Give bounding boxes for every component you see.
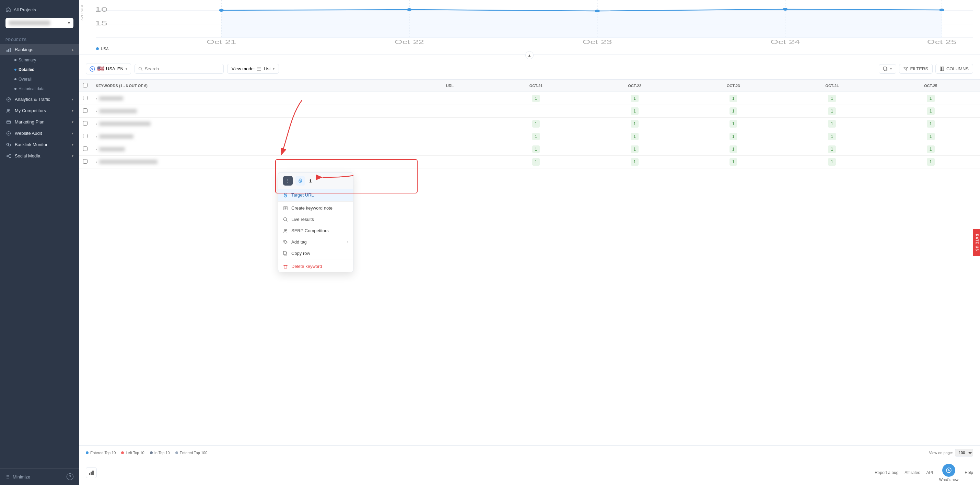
- ranking-value: 1: [828, 158, 836, 166]
- row-checkbox[interactable]: [83, 146, 88, 151]
- ranking-value: 1: [927, 145, 935, 153]
- svg-rect-36: [257, 70, 261, 71]
- svg-point-45: [285, 229, 287, 231]
- sidebar-item-competitors[interactable]: My Competitors ▾: [0, 105, 79, 116]
- select-all-checkbox[interactable]: [83, 83, 88, 87]
- chart-icon-btn[interactable]: [86, 467, 97, 478]
- row-checkbox[interactable]: [83, 121, 88, 126]
- row-checkbox[interactable]: [83, 134, 88, 138]
- svg-text:Oct 22: Oct 22: [395, 39, 424, 45]
- list-icon: [257, 67, 261, 72]
- expand-row-btn[interactable]: ›: [96, 160, 97, 164]
- sidebar-sub-historical[interactable]: Historical data: [0, 84, 79, 94]
- ranking-value: 1: [730, 107, 737, 115]
- table-row: › 1 1 1 1 1: [79, 92, 980, 105]
- context-menu-header: ⋮ 1: [278, 173, 353, 189]
- svg-point-26: [219, 9, 224, 12]
- row-checkbox[interactable]: [83, 159, 88, 164]
- expand-row-btn[interactable]: ›: [96, 134, 97, 138]
- sidebar-sub-summary[interactable]: Summary: [0, 55, 79, 65]
- sidebar: All Projects ▾ PROJECTS Rankings ▴ Summa…: [0, 0, 79, 485]
- context-menu-target-url[interactable]: Target URL: [278, 189, 353, 200]
- competitors-icon: [5, 108, 12, 113]
- sidebar-item-backlink[interactable]: Backlink Monitor ▾: [0, 139, 79, 150]
- keyword-table-wrap: KEYWORDS (1 - 6 OUT OF 6) URL OCT-21 OCT…: [79, 80, 980, 445]
- svg-point-10: [10, 157, 11, 158]
- search-input[interactable]: [145, 66, 220, 72]
- sidebar-item-analytics[interactable]: Analytics & Traffic ▾: [0, 94, 79, 105]
- context-menu-serp[interactable]: SERP Competitors: [278, 225, 353, 236]
- help-icon[interactable]: ?: [67, 473, 73, 480]
- marketing-chevron: ▾: [72, 120, 73, 124]
- table-row: › 1 1 1 1 1: [79, 143, 980, 156]
- url-cell: [413, 105, 487, 118]
- svg-point-28: [595, 10, 600, 12]
- expand-row-btn[interactable]: ›: [96, 96, 97, 100]
- svg-text:Oct 24: Oct 24: [770, 39, 800, 45]
- project-name-blur: [9, 21, 50, 25]
- columns-icon: [940, 67, 944, 71]
- country-selector[interactable]: G 🇺🇸 USA EN ▾: [86, 63, 131, 75]
- ranking-value: 1: [532, 133, 540, 140]
- expand-row-btn[interactable]: ›: [96, 122, 97, 126]
- ranking-value: 1: [927, 133, 935, 140]
- chart-y-label: AVERAGE: [79, 0, 85, 24]
- context-menu-delete[interactable]: Delete keyword: [278, 261, 353, 272]
- sidebar-item-social[interactable]: Social Media ▾: [0, 150, 79, 162]
- link-button[interactable]: [296, 176, 305, 186]
- collapse-chart-button[interactable]: ▲: [525, 51, 534, 59]
- affiliates-link[interactable]: Affiliates: [905, 470, 920, 475]
- search-icon: [138, 67, 143, 72]
- context-menu-live-results[interactable]: Live results: [278, 214, 353, 225]
- chat-icon-btn[interactable]: [942, 464, 955, 477]
- ranking-value: 1: [532, 145, 540, 153]
- ranking-value: 1: [828, 145, 836, 153]
- dots-menu-button[interactable]: ⋮: [283, 176, 293, 186]
- note-icon: [283, 206, 288, 211]
- context-menu-copy-row[interactable]: Copy row: [278, 248, 353, 259]
- context-menu-keyword-note[interactable]: Create keyword note: [278, 202, 353, 214]
- context-menu-add-tag[interactable]: Add tag ›: [278, 236, 353, 248]
- row-checkbox[interactable]: [83, 96, 88, 100]
- ranking-value: 1: [631, 158, 639, 166]
- keyword-blur-cell: [99, 109, 137, 113]
- sidebar-item-marketing[interactable]: Marketing Plan ▾: [0, 116, 79, 127]
- view-mode-selector[interactable]: View mode: List ▾: [227, 64, 279, 74]
- search-results-icon: [283, 217, 288, 222]
- ranking-value: 1: [532, 158, 540, 166]
- help-link[interactable]: Help: [964, 470, 973, 475]
- copy-button[interactable]: ▾: [879, 64, 896, 74]
- sidebar-sub-overall[interactable]: Overall: [0, 75, 79, 84]
- tag-icon: [283, 240, 288, 245]
- rate-us-tab[interactable]: RATE US: [973, 229, 980, 256]
- chart-legend: USA: [86, 45, 973, 51]
- svg-text:15: 15: [96, 20, 107, 27]
- whats-new-button[interactable]: What's new: [939, 464, 959, 482]
- row-checkbox[interactable]: [83, 108, 88, 113]
- chart-svg: 10 15 Oct 21 Oct 22 Oct 23 Oct 24 Oct 25: [96, 0, 973, 45]
- url-cell: [413, 118, 487, 130]
- project-selector[interactable]: ▾: [5, 18, 73, 28]
- filters-button[interactable]: FILTERS: [899, 64, 933, 74]
- sidebar-sub-detailed[interactable]: Detailed: [0, 65, 79, 75]
- api-link[interactable]: API: [926, 470, 933, 475]
- backlink-icon: [5, 142, 12, 147]
- sidebar-item-audit[interactable]: Website Audit ▾: [0, 127, 79, 139]
- svg-point-9: [7, 155, 8, 156]
- svg-text:10: 10: [96, 6, 107, 13]
- all-projects-link[interactable]: All Projects: [5, 5, 73, 14]
- expand-row-btn[interactable]: ›: [96, 109, 97, 113]
- svg-point-46: [285, 241, 285, 242]
- ranking-value: 1: [828, 107, 836, 115]
- columns-button[interactable]: COLUMNS: [935, 64, 973, 74]
- projects-section-label: PROJECTS: [0, 33, 79, 44]
- expand-row-btn[interactable]: ›: [96, 147, 97, 151]
- social-icon: [5, 154, 12, 159]
- minimize-button[interactable]: Minimize: [5, 474, 30, 480]
- keyword-search-box: [135, 64, 224, 74]
- col-oct22: OCT-22: [585, 80, 684, 92]
- sidebar-item-rankings[interactable]: Rankings ▴: [0, 44, 79, 55]
- svg-text:Oct 21: Oct 21: [207, 39, 236, 45]
- report-bug-link[interactable]: Report a bug: [875, 470, 898, 475]
- per-page-select[interactable]: 100 50 25: [955, 449, 973, 456]
